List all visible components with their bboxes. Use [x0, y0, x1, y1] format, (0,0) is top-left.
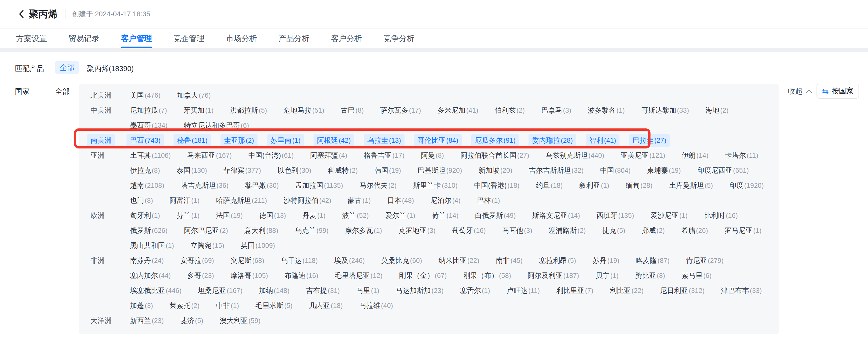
country-item[interactable]: 埃及(246)	[334, 256, 365, 265]
country-item[interactable]: 荷兰(14)	[432, 211, 459, 220]
country-item[interactable]: 阿尔巴尼亚(2)	[184, 226, 228, 235]
country-item[interactable]: 以色列(30)	[278, 166, 311, 175]
country-item[interactable]: 蒙古(1)	[348, 196, 371, 205]
country-item[interactable]: 克罗地亚(3)	[399, 226, 435, 235]
country-item[interactable]: 纳米比亚(22)	[438, 256, 479, 265]
country-item[interactable]: 阿塞拜疆(4)	[310, 151, 347, 160]
country-item[interactable]: 日本(48)	[387, 196, 414, 205]
country-item[interactable]: 挪威(2)	[642, 226, 665, 235]
country-item[interactable]: 海地(2)	[706, 106, 728, 115]
country-item[interactable]: 津巴布韦(33)	[721, 286, 762, 296]
country-item[interactable]: 特立尼达和多巴哥(6)	[184, 121, 249, 130]
country-item[interactable]: 英国(1009)	[241, 241, 275, 250]
country-item[interactable]: 科威特(2)	[328, 166, 358, 175]
country-item[interactable]: 中非(1)	[216, 301, 239, 310]
product-all-chip[interactable]: 全部	[55, 61, 79, 74]
country-item[interactable]: 马尔代夫(2)	[360, 181, 397, 190]
sort-by-country-button[interactable]: ⇆ 按国家	[816, 84, 859, 99]
continent-label-north-america[interactable]: 北美洲	[91, 91, 130, 100]
country-item[interactable]: 格鲁吉亚(17)	[364, 151, 404, 160]
country-item[interactable]: 土耳其(1106)	[130, 151, 171, 160]
country-item[interactable]: 索马里(6)	[682, 271, 712, 280]
country-item[interactable]: 肯尼亚(279)	[686, 256, 723, 265]
country-item[interactable]: 菲律宾(377)	[223, 166, 261, 175]
country-item[interactable]: 韩国(19)	[374, 166, 401, 175]
country-item[interactable]: 尼加拉瓜(7)	[130, 106, 167, 115]
country-item[interactable]: 丹麦(1)	[303, 211, 326, 220]
country-item[interactable]: 新加坡(20)	[478, 166, 512, 175]
country-item[interactable]: 巴西(743)	[126, 134, 164, 147]
back-button[interactable]	[16, 8, 27, 20]
country-item[interactable]: 比利时(16)	[704, 211, 738, 220]
country-item[interactable]: 黑山共和国(1)	[130, 241, 174, 250]
country-item[interactable]: 多米尼加(41)	[437, 106, 478, 115]
country-item[interactable]: 葡萄牙(16)	[452, 226, 486, 235]
country-item[interactable]: 马拉维(40)	[359, 301, 393, 310]
country-item[interactable]: 约旦(18)	[536, 181, 563, 190]
country-item[interactable]: 马来西亚(167)	[187, 151, 232, 160]
country-item[interactable]: 圭亚那(2)	[220, 134, 257, 147]
country-item[interactable]: 西班牙(135)	[596, 211, 634, 220]
country-item[interactable]: 秘鲁(181)	[174, 134, 211, 147]
country-item[interactable]: 越南(2108)	[130, 181, 164, 190]
country-item[interactable]: 洪都拉斯(5)	[230, 106, 267, 115]
country-item[interactable]: 墨西哥(134)	[130, 121, 167, 130]
tab-trade-records[interactable]: 贸易记录	[68, 29, 99, 48]
country-item[interactable]: 泰国(130)	[177, 166, 207, 175]
country-item[interactable]: 尼日利亚(312)	[660, 286, 705, 296]
country-item[interactable]: 亚美尼亚(121)	[621, 151, 665, 160]
country-item[interactable]: 塞拉利昂(5)	[539, 256, 576, 265]
country-item[interactable]: 伊拉克(8)	[130, 166, 160, 175]
country-item[interactable]: 几内亚(18)	[309, 301, 343, 310]
country-item[interactable]: 危地马拉(51)	[283, 106, 324, 115]
country-item[interactable]: 叙利亚(1)	[579, 181, 609, 190]
country-item[interactable]: 巴基斯坦(920)	[417, 166, 462, 175]
continent-label-central-america[interactable]: 中美洲	[91, 106, 130, 115]
tab-customer-management[interactable]: 客户管理	[121, 29, 152, 48]
country-item[interactable]: 斯洛文尼亚(14)	[532, 211, 580, 220]
tab-customer-analysis[interactable]: 客户分析	[331, 29, 362, 48]
country-item[interactable]: 突尼斯(68)	[230, 256, 264, 265]
country-item[interactable]: 立陶宛(15)	[190, 241, 224, 250]
country-item[interactable]: 毛里求斯(5)	[255, 301, 292, 310]
country-item[interactable]: 南苏丹(24)	[130, 256, 164, 265]
country-item[interactable]: 摩尔多瓦(1)	[345, 226, 382, 235]
country-item[interactable]: 阿根廷(42)	[313, 134, 354, 147]
country-all-option[interactable]: 全部	[55, 87, 70, 96]
country-item[interactable]: 赞比亚(8)	[635, 271, 665, 280]
collapse-button[interactable]: 收起	[788, 85, 812, 98]
country-item[interactable]: 哥伦比亚(84)	[414, 134, 462, 147]
country-item[interactable]: 印度(1920)	[730, 181, 764, 190]
tab-competitor-management[interactable]: 竞企管理	[174, 29, 205, 48]
country-item[interactable]: 巴林(1)	[477, 196, 500, 205]
country-item[interactable]: 马耳他(3)	[502, 226, 532, 235]
country-item[interactable]: 澳大利亚(59)	[220, 316, 260, 326]
country-item[interactable]: 哈萨克斯坦(211)	[216, 196, 267, 205]
country-item[interactable]: 苏里南(1)	[267, 134, 304, 147]
country-item[interactable]: 毛里塔尼亚(12)	[335, 271, 382, 280]
country-item[interactable]: 塞内加尔(44)	[130, 271, 171, 280]
country-item[interactable]: 爱尔兰(1)	[385, 211, 415, 220]
country-item[interactable]: 加拿大(76)	[177, 91, 211, 100]
country-item[interactable]: 刚果（金）(67)	[399, 271, 447, 280]
country-item[interactable]: 萨尔瓦多(17)	[380, 106, 421, 115]
country-item[interactable]: 阿尔及利亚(187)	[527, 271, 579, 280]
tab-product-analysis[interactable]: 产品分析	[279, 29, 310, 48]
country-item[interactable]: 牙买加(1)	[184, 106, 214, 115]
country-item[interactable]: 中国(台湾)(61)	[248, 151, 294, 160]
country-item[interactable]: 马里(1)	[356, 286, 379, 296]
country-item[interactable]: 智利(41)	[586, 134, 620, 147]
country-item[interactable]: 卢旺达(11)	[506, 286, 540, 296]
country-item[interactable]: 中国(804)	[600, 166, 630, 175]
country-item[interactable]: 利比里亚(7)	[556, 286, 593, 296]
country-item[interactable]: 厄瓜多尔(91)	[471, 134, 519, 147]
country-item[interactable]: 塞舌尔(1)	[460, 286, 490, 296]
country-item[interactable]: 德国(13)	[259, 211, 286, 220]
country-item[interactable]: 乌拉圭(13)	[364, 134, 404, 147]
country-item[interactable]: 莫桑比克(60)	[381, 256, 422, 265]
country-item[interactable]: 希腊(26)	[681, 226, 708, 235]
continent-label-asia[interactable]: 亚洲	[91, 151, 130, 160]
country-item[interactable]: 匈牙利(1)	[130, 211, 160, 220]
country-item[interactable]: 尼泊尔(4)	[431, 196, 461, 205]
country-item[interactable]: 巴拿马(3)	[541, 106, 571, 115]
